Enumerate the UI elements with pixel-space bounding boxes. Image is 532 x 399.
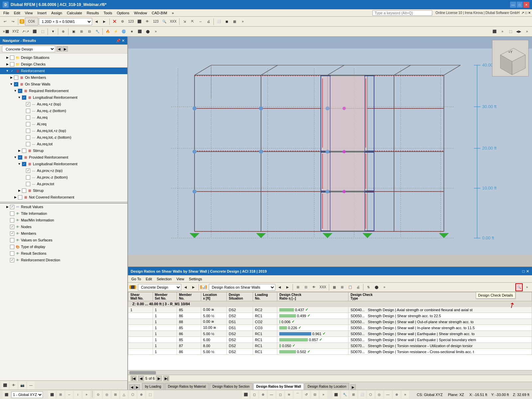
- tree-as-req-tot-bottom[interactable]: ▶ — As,req,tot,-z (bottom): [0, 134, 127, 141]
- nav-tb-3[interactable]: 📷: [19, 381, 26, 389]
- tb2-more[interactable]: »: [152, 28, 159, 36]
- tree-type-of-display[interactable]: ▶ 🎨 Type of display: [0, 243, 127, 250]
- tab-scroll-right[interactable]: ▶: [350, 384, 356, 390]
- page-prev[interactable]: ◀: [138, 376, 144, 381]
- bp-dropdown-ratios[interactable]: Design Ratios on Shear Walls: [209, 284, 275, 291]
- tree-as-req[interactable]: ▶ — As,req: [0, 114, 127, 121]
- tb2-btn-2[interactable]: ⬛: [31, 28, 38, 36]
- scrollbar-thumb[interactable]: [129, 371, 156, 374]
- sb-icon-20[interactable]: ↺: [303, 391, 310, 399]
- expand-required-reinforcement[interactable]: ▼: [13, 89, 17, 93]
- sb-icon-26[interactable]: ⬜: [358, 391, 366, 399]
- tb-btn-8[interactable]: ⇲: [181, 18, 188, 26]
- sb-icon-13[interactable]: ⬛: [242, 391, 249, 399]
- tab-nav-prev[interactable]: ◀: [129, 384, 135, 390]
- bp-prev[interactable]: ◀: [182, 283, 189, 291]
- menu-options[interactable]: Options: [115, 10, 131, 16]
- tb2-right-1[interactable]: ⬛: [491, 28, 498, 36]
- tb2-btn-8[interactable]: 🔧: [94, 28, 101, 36]
- tb-btn-9[interactable]: ⇱: [189, 18, 196, 26]
- sb-icon-12[interactable]: ⬚: [146, 391, 154, 399]
- table-row[interactable]: 1 86 5.00 ½ DS2 RC1 0.499 ✓: [128, 313, 532, 319]
- expand-on-shear-walls[interactable]: ▼: [9, 82, 13, 86]
- status-icon-1[interactable]: ⬛: [3, 391, 10, 399]
- tb2-flame[interactable]: 🔥: [104, 28, 111, 36]
- maximize-button[interactable]: □: [517, 2, 523, 8]
- tree-not-covered[interactable]: ▶ ⊞ Not Covered Reinforcement: [0, 194, 127, 200]
- sb-icon-7[interactable]: ◎: [103, 391, 110, 399]
- tree-max-min[interactable]: ▶ 👁 Max/Min Information: [0, 217, 127, 223]
- expand-result-values[interactable]: ▶: [5, 205, 9, 209]
- tab-by-location[interactable]: Design Ratios by Location: [305, 383, 349, 390]
- tb2-btn-10[interactable]: 🌀: [120, 28, 127, 36]
- expand-reinforcement[interactable]: ▼: [5, 69, 9, 73]
- chk-as-req-tot-bottom[interactable]: [26, 135, 30, 140]
- tree-values-on-surfaces[interactable]: ▶ 👁 Values on Surfaces: [0, 237, 127, 243]
- sb-icon-28[interactable]: ◎: [376, 391, 383, 399]
- chk-result-values[interactable]: [10, 205, 14, 209]
- sb-icon-1[interactable]: ⬛: [48, 391, 56, 399]
- tree-required-reinforcement[interactable]: ▼ ⊞ Required Reinforcement: [0, 87, 127, 94]
- tb-btn-6[interactable]: 🔍: [161, 18, 168, 26]
- table-row[interactable]: 1 86 5.00 ½ DS2 RC1 0.502 ✓: [128, 349, 532, 355]
- bp-tb-btn-10[interactable]: ⬤: [373, 283, 380, 291]
- tab-by-material[interactable]: Design Ratios by Material: [165, 383, 209, 390]
- tb2-right-4[interactable]: ◀▶: [515, 28, 523, 36]
- menu-file[interactable]: File: [1, 10, 11, 16]
- chk-reinforcement[interactable]: [10, 69, 14, 73]
- bp-tb-btn-3[interactable]: 👁: [310, 283, 318, 291]
- menu-cad-bim[interactable]: CAD-BIM: [150, 10, 169, 16]
- combo-co6[interactable]: CO6: [25, 18, 38, 26]
- bp-tb-btn-5[interactable]: ▦: [331, 283, 338, 291]
- sb-icon-31[interactable]: »: [402, 391, 409, 399]
- bp-next[interactable]: ▶: [190, 283, 197, 291]
- menu-assign[interactable]: Assign: [49, 10, 64, 16]
- chk-as-prov-tot[interactable]: [26, 182, 30, 186]
- expand-provided-reinforcement[interactable]: ▼: [13, 155, 17, 159]
- tb-more-1[interactable]: »: [239, 18, 246, 26]
- nav-tb-2[interactable]: 👁: [10, 381, 17, 389]
- tree-long-rebar-req[interactable]: ▼ ⊞ Longitudinal Reinforcement: [0, 94, 127, 101]
- sb-icon-6[interactable]: ⊙: [94, 391, 102, 399]
- tree-on-shear-walls[interactable]: ▼ ⊞ On Shear Walls: [0, 81, 127, 87]
- tb2-right-5[interactable]: »: [523, 28, 531, 36]
- toolbar-undo[interactable]: ↩: [1, 18, 9, 26]
- table-row[interactable]: 1 88 0.00 ≅ DS1 CO2 0.006 ✓: [128, 319, 532, 325]
- tree-result-values[interactable]: ▶ ··· Result Values: [0, 203, 127, 210]
- tb2-btn-3[interactable]: ⬚: [39, 28, 46, 36]
- bp-tb-btn-8[interactable]: 🖨: [354, 283, 362, 291]
- view-cube[interactable]: +Y: [492, 40, 529, 76]
- sb-icon-10[interactable]: ⬡: [129, 391, 136, 399]
- sb-icon-19[interactable]: ⌒: [294, 391, 301, 399]
- tree-members[interactable]: ▶ 👁 Members: [0, 230, 127, 237]
- toolbar-redo[interactable]: ↪: [9, 18, 17, 26]
- tree-nodes[interactable]: ▶ 👁 Nodes: [0, 223, 127, 230]
- tb2-xyz[interactable]: XYZ: [11, 28, 20, 36]
- chk-as-req-bottom[interactable]: [26, 109, 30, 113]
- menu-tools[interactable]: Tools: [101, 10, 114, 16]
- bp-tb-btn-4[interactable]: XXX: [318, 283, 328, 291]
- chk-result-sections[interactable]: [10, 251, 14, 256]
- chk-as-prov-top[interactable]: [26, 169, 30, 173]
- sb-icon-15[interactable]: ⊕: [259, 391, 267, 399]
- load-combo-select[interactable]: 1.20D + S + 0.50W1: [39, 18, 92, 25]
- search-input[interactable]: [372, 10, 432, 16]
- bp-menu-goto[interactable]: Go To: [129, 276, 143, 282]
- bp-menu-settings[interactable]: Settings: [187, 276, 204, 282]
- chk-long-rebar-req[interactable]: [22, 95, 26, 100]
- tb-btn-5[interactable]: 123: [152, 18, 160, 26]
- table-row[interactable]: 1 85 10.00 ≅ DS1 CO3 0.226 ✓: [128, 325, 532, 331]
- chk-not-covered[interactable]: [18, 195, 22, 200]
- bp-menu-view[interactable]: View: [174, 276, 186, 282]
- tree-as-req-tot[interactable]: ▶ — As,req,tot: [0, 141, 127, 147]
- tb2-right-2[interactable]: »: [499, 28, 506, 36]
- navigator-dropdown[interactable]: Concrete Design: [2, 46, 55, 52]
- tb-btn-1[interactable]: ⚙: [119, 18, 126, 26]
- license-btn[interactable]: ↗ □ ✕: [521, 11, 531, 15]
- menu-results[interactable]: Results: [85, 10, 101, 16]
- sb-icon-25[interactable]: ⊞: [350, 391, 357, 399]
- chk-on-shear-walls[interactable]: [14, 82, 18, 86]
- table-row[interactable]: 1 85 6.00 DS2 RC1 0.857 ✓: [128, 337, 532, 343]
- bp-tb-btn-2[interactable]: ⊟: [302, 283, 310, 291]
- horizontal-scrollbar[interactable]: [128, 370, 532, 375]
